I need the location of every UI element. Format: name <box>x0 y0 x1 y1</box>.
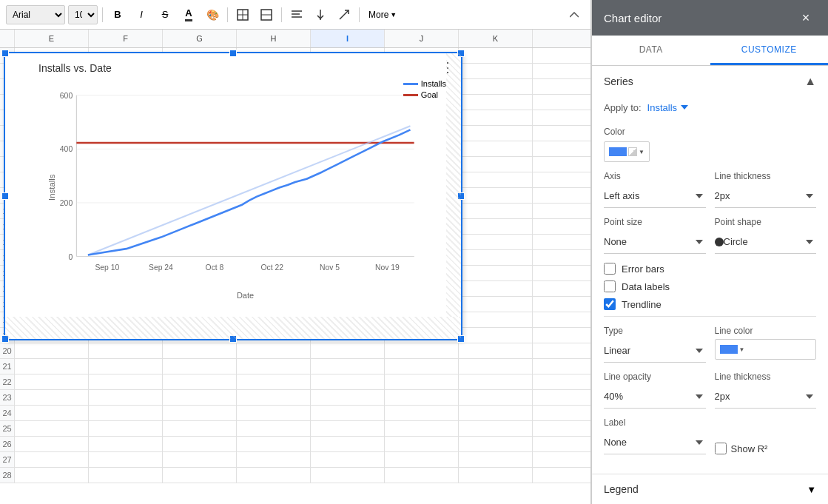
grid-cell[interactable] <box>459 79 533 94</box>
grid-cell[interactable] <box>163 452 237 467</box>
italic-button[interactable]: I <box>131 5 152 24</box>
grid-cell[interactable] <box>237 452 311 467</box>
grid-cell[interactable] <box>15 343 89 358</box>
grid-cell[interactable] <box>163 468 237 483</box>
type-select[interactable]: Linear Polynomial Exponential Logarithmi… <box>604 339 706 363</box>
grid-cell[interactable] <box>385 437 459 451</box>
grid-cell[interactable] <box>459 406 533 420</box>
grid-cell[interactable] <box>459 126 533 141</box>
line-color-button[interactable]: ▼ <box>715 339 817 360</box>
grid-cell[interactable] <box>459 374 533 389</box>
grid-cell[interactable] <box>459 141 533 156</box>
grid-cell[interactable] <box>311 437 385 451</box>
grid-cell[interactable] <box>89 406 163 420</box>
legend-section[interactable]: Legend ▼ <box>592 474 828 504</box>
grid-cell[interactable] <box>163 406 237 420</box>
grid-cell[interactable] <box>311 452 385 467</box>
grid-cell[interactable] <box>459 390 533 405</box>
col-header-K[interactable]: K <box>459 30 533 47</box>
font-family-select[interactable]: Arial <box>6 5 65 24</box>
grid-cell[interactable] <box>385 343 459 358</box>
col-header-G[interactable]: G <box>163 30 237 47</box>
grid-cell[interactable] <box>15 374 89 389</box>
grid-cell[interactable] <box>15 359 89 374</box>
grid-cell[interactable] <box>89 468 163 483</box>
grid-cell[interactable] <box>237 406 311 420</box>
axis-select[interactable]: Left axis Right axis <box>604 184 706 208</box>
data-labels-checkbox[interactable] <box>604 280 616 292</box>
font-size-select[interactable]: 10 <box>68 5 98 24</box>
grid-cell[interactable] <box>311 468 385 483</box>
grid-cell[interactable] <box>459 95 533 110</box>
grid-cell[interactable] <box>311 359 385 374</box>
grid-cell[interactable] <box>311 390 385 405</box>
grid-cell[interactable] <box>237 437 311 451</box>
show-r2-checkbox[interactable] <box>715 443 727 454</box>
grid-cell[interactable] <box>163 359 237 374</box>
grid-cell[interactable] <box>15 452 89 467</box>
grid-cell[interactable] <box>459 359 533 374</box>
grid-cell[interactable] <box>385 359 459 374</box>
grid-cell[interactable] <box>237 468 311 483</box>
grid-cell[interactable] <box>459 297 533 312</box>
col-header-I[interactable]: I <box>311 30 385 47</box>
grid-cell[interactable] <box>163 421 237 436</box>
borders-button[interactable] <box>232 5 253 24</box>
grid-cell[interactable] <box>163 390 237 405</box>
label-select[interactable]: None Use equation Custom <box>604 431 706 454</box>
grid-cell[interactable] <box>459 328 533 343</box>
grid-cell[interactable] <box>459 250 533 265</box>
grid-cell[interactable] <box>15 390 89 405</box>
editor-close-button[interactable]: × <box>795 7 816 28</box>
grid-cell[interactable] <box>311 421 385 436</box>
fill-color-button[interactable]: 🎨 <box>202 5 223 24</box>
apply-to-select[interactable]: Installs <box>647 97 690 118</box>
point-size-select[interactable]: None 2px 4px 6px 8px <box>604 230 706 254</box>
grid-cell[interactable] <box>459 437 533 451</box>
grid-cell[interactable] <box>385 374 459 389</box>
grid-cell[interactable] <box>163 343 237 358</box>
grid-cell[interactable] <box>89 421 163 436</box>
grid-cell[interactable] <box>237 374 311 389</box>
grid-cell[interactable] <box>89 452 163 467</box>
grid-cell[interactable] <box>459 204 533 218</box>
toolbar-collapse-button[interactable] <box>564 5 585 24</box>
grid-cell[interactable] <box>15 437 89 451</box>
grid-cell[interactable] <box>237 421 311 436</box>
grid-cell[interactable] <box>311 406 385 420</box>
merge-button[interactable] <box>256 5 277 24</box>
line-opacity-select[interactable]: 40% 10% 20% 30% 50% 60% 70% 80% 90% 100% <box>604 385 706 409</box>
grid-cell[interactable] <box>459 172 533 187</box>
grid-cell[interactable] <box>15 421 89 436</box>
grid-cell[interactable] <box>459 188 533 203</box>
grid-cell[interactable] <box>459 281 533 296</box>
tab-customize[interactable]: CUSTOMIZE <box>710 36 829 65</box>
line-thickness-select[interactable]: 2px 1px 3px 4px <box>715 184 817 208</box>
grid-cell[interactable] <box>237 343 311 358</box>
trendline-checkbox[interactable] <box>604 298 616 310</box>
text-rotate-button[interactable] <box>334 5 354 24</box>
grid-cell[interactable] <box>459 468 533 483</box>
col-header-F[interactable]: F <box>89 30 163 47</box>
grid-cell[interactable] <box>459 235 533 249</box>
grid-cell[interactable] <box>89 374 163 389</box>
col-header-J[interactable]: J <box>385 30 459 47</box>
grid-cell[interactable] <box>459 157 533 172</box>
align-button[interactable] <box>286 5 307 24</box>
grid-cell[interactable] <box>311 374 385 389</box>
strikethrough-button[interactable]: S <box>155 5 175 24</box>
grid-cell[interactable] <box>459 343 533 358</box>
grid-cell[interactable] <box>237 390 311 405</box>
grid-cell[interactable] <box>163 374 237 389</box>
grid-cell[interactable] <box>311 343 385 358</box>
grid-cell[interactable] <box>459 452 533 467</box>
grid-cell[interactable] <box>459 110 533 125</box>
grid-cell[interactable] <box>385 390 459 405</box>
grid-cell[interactable] <box>385 468 459 483</box>
valign-button[interactable] <box>310 5 331 24</box>
grid-cell[interactable] <box>89 390 163 405</box>
col-header-E[interactable]: E <box>15 30 89 47</box>
grid-cell[interactable] <box>385 452 459 467</box>
grid-cell[interactable] <box>459 266 533 280</box>
color-button[interactable]: ▼ <box>604 141 650 162</box>
